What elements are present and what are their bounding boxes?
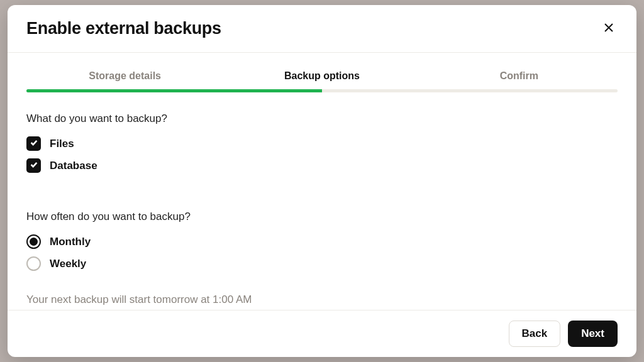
next-backup-hint: Your next backup will start tomorrow at … xyxy=(26,293,618,306)
option-label: Monthly xyxy=(50,236,91,248)
option-monthly[interactable]: Monthly xyxy=(26,234,618,249)
option-database[interactable]: Database xyxy=(26,158,618,173)
checkbox-files[interactable] xyxy=(26,136,41,151)
step-storage-details[interactable]: Storage details xyxy=(26,70,223,89)
check-icon xyxy=(30,160,38,171)
modal-body: Storage details Backup options Confirm W… xyxy=(8,53,636,310)
question-what-to-backup: What do you want to backup? xyxy=(26,112,618,125)
next-button[interactable]: Next xyxy=(568,321,618,347)
progress-track xyxy=(26,89,618,92)
modal-title: Enable external backups xyxy=(26,19,221,38)
back-button[interactable]: Back xyxy=(509,321,561,347)
option-label: Files xyxy=(50,138,74,150)
option-label: Database xyxy=(50,160,97,172)
stepper: Storage details Backup options Confirm xyxy=(26,70,618,89)
modal-header: Enable external backups xyxy=(8,5,636,53)
step-backup-options[interactable]: Backup options xyxy=(223,70,420,89)
check-icon xyxy=(30,138,38,149)
progress-fill xyxy=(26,89,322,92)
modal-footer: Back Next xyxy=(8,310,636,357)
modal: Enable external backups Storage details … xyxy=(8,5,636,357)
checkbox-database[interactable] xyxy=(26,158,41,173)
option-weekly[interactable]: Weekly xyxy=(26,256,618,271)
option-label: Weekly xyxy=(50,258,86,270)
close-button[interactable] xyxy=(600,20,618,38)
radio-dot-icon xyxy=(30,238,38,246)
close-icon xyxy=(604,23,614,35)
radio-monthly[interactable] xyxy=(26,234,41,249)
radio-weekly[interactable] xyxy=(26,256,41,271)
question-how-often: How often do you want to backup? xyxy=(26,211,618,223)
step-confirm[interactable]: Confirm xyxy=(421,70,618,89)
option-files[interactable]: Files xyxy=(26,136,618,151)
